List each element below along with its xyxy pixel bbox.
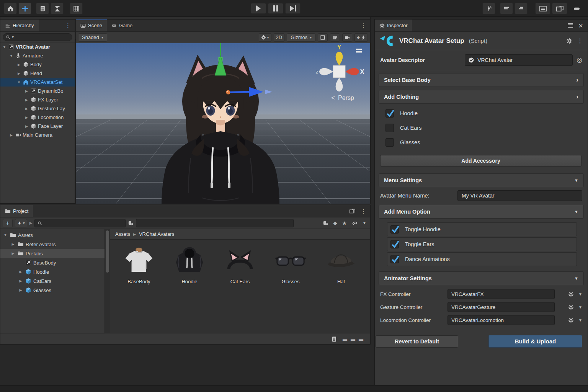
project-menu-button[interactable]: ⋮ [361, 208, 366, 215]
build-and-upload-button[interactable]: Build & Upload [488, 335, 582, 348]
hierarchy-item-face-layer[interactable]: ▶ Face Layer [0, 122, 75, 131]
menu-option-toggle-ears[interactable]: Toggle Ears [387, 237, 577, 251]
gear-icon[interactable] [568, 317, 574, 323]
project-tree-scrollbar[interactable] [105, 229, 110, 333]
asset-tile-glasses[interactable]: Glasses [271, 245, 310, 284]
float-window-button[interactable] [552, 3, 567, 14]
hierarchy-search-input[interactable]: ▾ [3, 33, 72, 41]
annotation-button[interactable] [330, 33, 340, 42]
breadcrumb-current[interactable]: VRChat Avatars [139, 231, 174, 237]
hoodie-checkbox[interactable] [385, 109, 394, 118]
project-item-basebody[interactable]: BaseBody [0, 258, 105, 267]
gear-icon[interactable] [568, 304, 574, 310]
locomotion-controller-field[interactable]: VRCAvatarLocomotion [448, 315, 555, 325]
hierarchy-item-locomotion-layer[interactable]: ▶ Locomotion [0, 113, 75, 122]
object-picker-icon[interactable]: ◎ [577, 56, 582, 64]
gesture-controller-field[interactable]: VRCAvatarGesture [448, 302, 555, 312]
clothing-option-hoodie[interactable]: Hoodie [375, 106, 588, 121]
project-search-input[interactable] [34, 219, 126, 227]
hierarchy-item-dynamicbo[interactable]: ▶ DynamicBo [0, 87, 75, 95]
layout-icon[interactable] [350, 208, 355, 214]
menu-option-toggle-hoodie[interactable]: Toggle Hoodie [387, 222, 577, 236]
thumbnail-size-slider[interactable]: ▬▬▬ [343, 336, 363, 342]
asset-tile-catears[interactable]: Cat Ears [220, 245, 260, 284]
toggle-hoodie-checkbox[interactable] [390, 225, 399, 234]
glasses-checkbox[interactable] [385, 138, 394, 147]
view-tool-button[interactable] [4, 3, 17, 14]
transform-tool-button[interactable] [51, 3, 64, 14]
tab-scene[interactable]: Scene [76, 20, 107, 31]
move-tool-button[interactable] [18, 3, 31, 14]
2d-toggle-button[interactable]: 2D [274, 33, 285, 42]
add-accessory-button[interactable]: Add Accessory [380, 155, 581, 167]
favorites-icon[interactable]: ★ [342, 220, 347, 226]
layout-list-button[interactable] [514, 3, 528, 14]
dropdown-icon[interactable]: ▼ [578, 292, 582, 296]
dance-animations-checkbox[interactable] [390, 255, 399, 263]
search-filter-caret[interactable]: ▾ [12, 35, 14, 39]
dropdown-icon[interactable]: ▼ [578, 305, 582, 309]
hierarchy-item-fx-layer[interactable]: ▶ FX Layer [0, 95, 75, 104]
pause-button[interactable] [268, 3, 283, 14]
hierarchy-menu-button[interactable]: ⋮ [61, 20, 75, 31]
project-item-assets[interactable]: ▼ Assets [0, 230, 105, 240]
asset-tile-basebody[interactable]: BaseBody [119, 245, 159, 284]
hierarchy-item-body[interactable]: ▶ Body [0, 60, 75, 69]
create-asset-button[interactable]: ✦▾ [15, 219, 27, 227]
add-clothing-button[interactable]: Add Clothing › [379, 90, 584, 104]
project-filter-input[interactable] [136, 219, 294, 227]
packages-dropdown[interactable]: ▼ [363, 221, 366, 225]
component-menu-button[interactable]: ⋮ [577, 37, 583, 44]
tab-game[interactable]: Game [107, 20, 137, 31]
frame-button[interactable] [318, 33, 328, 42]
fx-controller-field[interactable]: VRCAvatarFX [448, 289, 555, 299]
scene-settings-dropdown[interactable]: ▾ [259, 33, 271, 42]
catears-checkbox[interactable] [385, 124, 394, 132]
scene-viewport[interactable]: Y X z < Persp [76, 43, 370, 204]
maximize-icon[interactable] [568, 23, 573, 28]
project-item-catears[interactable]: ▶ CatEars [0, 276, 105, 286]
dropdown-icon[interactable]: ▼ [578, 318, 582, 322]
clothing-option-catears[interactable]: Cat Ears [375, 121, 588, 135]
tab-hierarchy[interactable]: Hierarchy [0, 20, 39, 31]
toggle-ears-checkbox[interactable] [390, 240, 399, 248]
hierarchy-item-main-camera[interactable]: ▶ Main Camera [0, 131, 75, 139]
project-item-glasses[interactable]: ▶ Glasses [0, 286, 105, 295]
clothing-option-glasses[interactable]: Glasses [375, 135, 588, 150]
persp-label[interactable]: Persp [338, 95, 354, 101]
project-item-refer-avatars[interactable]: ▶ Refer Avatars [0, 240, 105, 249]
menu-option-dance-animations[interactable]: Dance Animations [387, 252, 577, 266]
add-menu-option-header[interactable]: Add Menu Option ▼ [379, 205, 584, 219]
step-button[interactable] [285, 3, 301, 14]
layers-button[interactable] [500, 3, 513, 14]
shading-mode-dropdown[interactable]: Shaded ▾ [78, 33, 107, 42]
menu-settings-header[interactable]: Menu Settings ▼ [379, 173, 584, 187]
asset-tile-hat[interactable]: Hat [321, 245, 361, 284]
hierarchy-item-gesture-layer[interactable]: ▶ Gesture Lay [0, 104, 75, 113]
gizmos-dropdown[interactable]: Gizmos ▾ [287, 33, 315, 42]
play-button[interactable] [251, 3, 266, 14]
gear-icon[interactable] [568, 291, 574, 297]
hidden-packages-icon[interactable] [352, 220, 358, 226]
pivot-toggle-button[interactable] [482, 3, 495, 14]
sprite-filter-icon[interactable] [128, 220, 134, 226]
hierarchy-item-vrcavatarset[interactable]: ▼ VRCAvatarSet [0, 78, 75, 87]
panel-layout-button[interactable] [535, 3, 550, 14]
hierarchy-item-vrchat-avatar[interactable]: ▼ VRChat Avatar [0, 42, 75, 51]
scene-menu-button[interactable]: ⋮ [357, 20, 370, 31]
avatar-menu-name-input[interactable]: My VR Avatar [457, 190, 582, 201]
asset-tile-hoodie[interactable]: Hoodie [170, 245, 209, 284]
hierarchy-item-armature[interactable]: ▼ Armature [0, 51, 75, 60]
animator-settings-header[interactable]: Animator Settings ▼ [379, 271, 584, 285]
create-add-button[interactable]: + [3, 219, 13, 227]
gear-icon[interactable] [566, 38, 572, 44]
camera-settings-button[interactable] [342, 33, 352, 42]
revert-to-default-button[interactable]: Revert to Default [376, 335, 458, 348]
gizmo-visibility-button[interactable]: ◆ [354, 33, 368, 42]
collapse-button[interactable] [569, 3, 584, 14]
close-icon[interactable]: × [578, 22, 583, 29]
avatar-descriptor-field[interactable]: VRChat Avatar [465, 54, 573, 66]
notes-tool-button[interactable] [36, 3, 49, 14]
project-item-hoodie[interactable]: ▶ Hoodie [0, 267, 105, 276]
snap-settings-button[interactable] [70, 3, 83, 14]
